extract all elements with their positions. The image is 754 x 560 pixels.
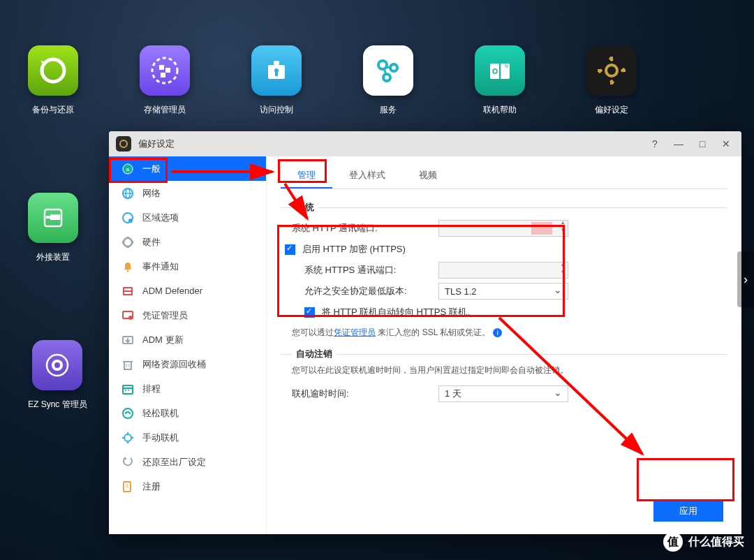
svg-point-59 bbox=[128, 390, 129, 391]
input-https-port[interactable] bbox=[438, 262, 568, 279]
select-logout-time[interactable]: 1 天 bbox=[438, 385, 568, 402]
label-enable-https: 启用 HTTP 加密 (HTTPS) bbox=[302, 243, 406, 256]
desktop-icon-services[interactable]: 服务 bbox=[363, 45, 413, 116]
select-tls[interactable]: TLS 1.2 bbox=[438, 283, 568, 300]
fieldset-logout: 自动注销 您可以在此设定联机逾时时间，当用户闲置超过指定时间即会自动被注销。 联… bbox=[281, 354, 727, 404]
region-icon bbox=[121, 212, 134, 224]
sidebar-item-label: 轻松联机 bbox=[142, 407, 179, 420]
notify-icon bbox=[121, 260, 134, 273]
sidebar-item-cert[interactable]: 凭证管理员 bbox=[109, 303, 266, 327]
svg-rect-43 bbox=[122, 241, 124, 244]
info-icon[interactable]: i bbox=[493, 328, 502, 337]
svg-point-39 bbox=[128, 219, 133, 223]
preferences-window: 偏好设定 ? — □ ✕ a一般网络区域选项硬件事件通知ADM Defender… bbox=[109, 131, 741, 534]
tab-登入样式[interactable]: 登入样式 bbox=[332, 163, 402, 189]
checkbox-redirect[interactable] bbox=[304, 307, 315, 318]
hardware-icon bbox=[121, 236, 134, 249]
general-icon: a bbox=[121, 163, 134, 175]
sidebar-item-label: 网络资源回收桶 bbox=[142, 358, 206, 371]
apply-button[interactable]: 应用 bbox=[653, 501, 723, 522]
ezconnect-icon bbox=[121, 407, 134, 420]
row-logout-time: 联机逾时时间: 1 天 bbox=[285, 383, 727, 404]
logout-hint: 您可以在此设定联机逾时时间，当用户闲置超过指定时间即会自动被注销。 bbox=[285, 364, 727, 376]
watermark-text: 什么值得买 bbox=[688, 535, 744, 550]
svg-rect-48 bbox=[124, 292, 131, 294]
svg-rect-3 bbox=[165, 68, 170, 73]
defender-icon bbox=[121, 285, 134, 297]
svg-rect-28 bbox=[46, 216, 50, 219]
update-icon bbox=[121, 334, 134, 346]
label-logout-time: 联机逾时时间: bbox=[285, 388, 438, 400]
svg-rect-4 bbox=[161, 73, 165, 78]
sidebar-item-schedule[interactable]: 排程 bbox=[109, 376, 266, 401]
help-button[interactable]: ? bbox=[646, 135, 663, 152]
window-body: a一般网络区域选项硬件事件通知ADM Defender凭证管理员ADM 更新网络… bbox=[109, 156, 741, 534]
sidebar-item-network[interactable]: 网络 bbox=[109, 181, 266, 205]
svg-point-10 bbox=[390, 64, 397, 71]
sidebar-item-region[interactable]: 区域选项 bbox=[109, 205, 266, 230]
sidebar-item-label: 还原至出厂设定 bbox=[142, 456, 206, 469]
sidebar-item-label: 事件通知 bbox=[142, 260, 179, 273]
sidebar-item-update[interactable]: ADM 更新 bbox=[109, 327, 266, 352]
sync-icon bbox=[32, 340, 82, 390]
sidebar-item-register[interactable]: 注册 bbox=[109, 474, 266, 499]
svg-rect-44 bbox=[131, 241, 133, 244]
row-https-port: 系统 HTTPS 通讯端口: bbox=[285, 260, 727, 281]
sidebar-item-label: ADM 更新 bbox=[142, 334, 184, 346]
sidebar-item-label: 一般 bbox=[142, 163, 161, 175]
titlebar[interactable]: 偏好设定 ? — □ ✕ bbox=[109, 131, 741, 156]
svg-point-50 bbox=[128, 316, 133, 320]
cert-icon bbox=[121, 309, 134, 322]
desktop-icon-storage[interactable]: 存储管理员 bbox=[140, 45, 190, 116]
storage-icon bbox=[140, 45, 190, 96]
input-http-port[interactable] bbox=[438, 220, 568, 237]
gallery-next-button[interactable]: › bbox=[737, 251, 754, 307]
tab-管理[interactable]: 管理 bbox=[281, 163, 332, 189]
register-icon bbox=[121, 480, 134, 493]
desktop-icon-preferences[interactable]: 偏好设定 bbox=[586, 45, 637, 116]
svg-rect-46 bbox=[123, 287, 133, 295]
minimize-button[interactable]: — bbox=[670, 135, 687, 152]
link-cert-manager[interactable]: 凭证管理员 bbox=[334, 327, 376, 337]
svg-point-60 bbox=[123, 408, 133, 418]
sidebar-item-label: ADM Defender bbox=[142, 286, 202, 296]
checkbox-enable-https[interactable] bbox=[285, 244, 295, 255]
sidebar-item-hardware[interactable]: 硬件 bbox=[109, 230, 266, 254]
backup-icon bbox=[28, 45, 78, 96]
svg-point-40 bbox=[124, 238, 132, 246]
watermark-icon: 值 bbox=[663, 532, 683, 552]
sidebar-item-defender[interactable]: ADM Defender bbox=[109, 279, 266, 303]
svg-rect-47 bbox=[124, 288, 131, 290]
sidebar-item-recycle[interactable]: 网络资源回收桶 bbox=[109, 352, 266, 376]
desktop-icon-external[interactable]: 外接装置 bbox=[28, 193, 78, 263]
sidebar-item-notify[interactable]: 事件通知 bbox=[109, 254, 266, 279]
svg-rect-56 bbox=[123, 385, 133, 394]
sidebar-item-manual[interactable]: 手动联机 bbox=[109, 425, 266, 450]
sidebar-item-label: 网络 bbox=[142, 187, 161, 200]
sidebar-item-general[interactable]: a一般 bbox=[109, 156, 266, 181]
sidebar-item-ezconnect[interactable]: 轻松联机 bbox=[109, 401, 266, 425]
desktop-icon-ezsync[interactable]: EZ Sync 管理员 bbox=[28, 340, 87, 411]
sidebar-item-label: 区域选项 bbox=[142, 212, 179, 224]
row-enable-https: 启用 HTTP 加密 (HTTPS) bbox=[285, 239, 727, 260]
maximize-button[interactable]: □ bbox=[694, 135, 711, 152]
desktop-row-1: 备份与还原 存储管理员 访问控制 服务 N 联机帮助 bbox=[28, 45, 726, 116]
svg-rect-8 bbox=[275, 72, 278, 76]
row-tls: 允许之安全协定最低版本: TLS 1.2 bbox=[285, 281, 727, 302]
help-icon: N bbox=[475, 45, 525, 96]
desktop-icon-help[interactable]: N 联机帮助 bbox=[475, 45, 525, 116]
close-button[interactable]: ✕ bbox=[718, 135, 734, 152]
tabs: 管理登入样式视频 bbox=[281, 163, 727, 189]
fieldset-label-logout: 自动注销 bbox=[292, 348, 337, 360]
row-http-port: 系统 HTTP 通讯端口: bbox=[285, 218, 727, 239]
desktop-icon-access[interactable]: 访问控制 bbox=[251, 45, 302, 116]
tab-视频[interactable]: 视频 bbox=[402, 163, 454, 189]
network-icon bbox=[121, 187, 134, 200]
desktop-icon-backup[interactable]: 备份与还原 bbox=[28, 45, 78, 116]
svg-line-12 bbox=[385, 67, 391, 68]
desktop-label: 备份与还原 bbox=[32, 104, 74, 116]
factory-icon bbox=[121, 456, 134, 469]
schedule-icon bbox=[121, 383, 134, 395]
svg-rect-41 bbox=[126, 237, 129, 239]
sidebar-item-factory[interactable]: 还原至出厂设定 bbox=[109, 450, 266, 474]
